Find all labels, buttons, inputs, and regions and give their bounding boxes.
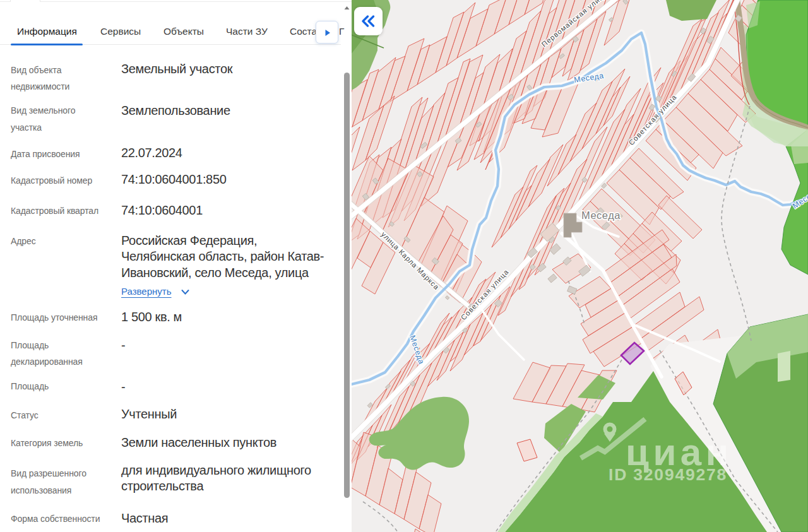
- svg-text:ID 320949278: ID 320949278: [609, 465, 727, 484]
- svg-text:Меседа: Меседа: [581, 210, 621, 221]
